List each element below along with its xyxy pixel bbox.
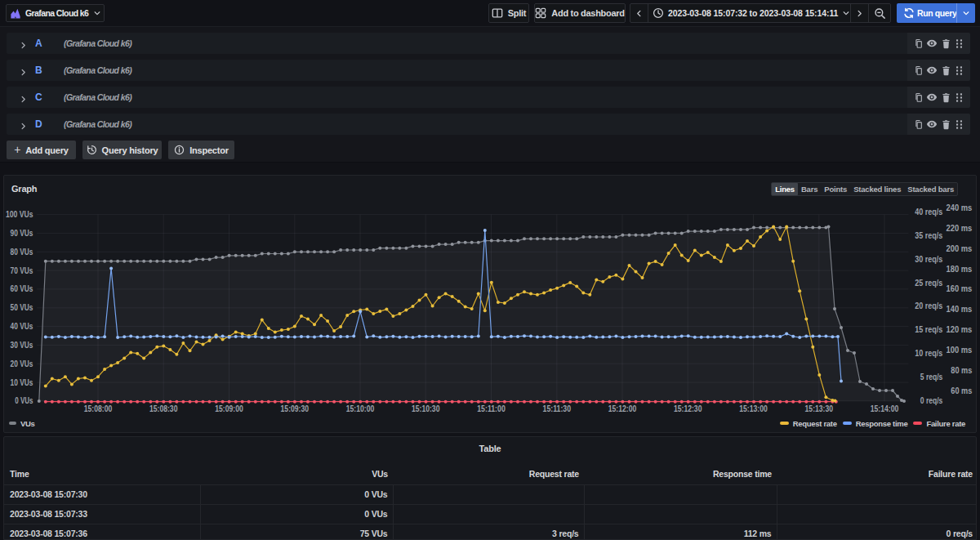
svg-text:10 req/s: 10 req/s: [915, 348, 942, 358]
svg-text:20 req/s: 20 req/s: [915, 301, 942, 310]
svg-text:100 ms: 100 ms: [947, 345, 973, 355]
svg-text:15:09:00: 15:09:00: [215, 404, 243, 413]
svg-text:80 ms: 80 ms: [951, 365, 972, 375]
svg-text:15:12:00: 15:12:00: [608, 404, 637, 413]
svg-text:240 ms: 240 ms: [947, 203, 973, 212]
svg-text:35 req/s: 35 req/s: [915, 230, 942, 240]
svg-text:120 ms: 120 ms: [947, 324, 973, 334]
svg-text:30 VUs: 30 VUs: [11, 340, 33, 350]
svg-text:180 ms: 180 ms: [947, 264, 973, 274]
svg-text:140 ms: 140 ms: [947, 304, 973, 314]
svg-text:40 VUs: 40 VUs: [11, 321, 33, 331]
svg-text:15:10:30: 15:10:30: [412, 404, 440, 413]
svg-text:15:11:00: 15:11:00: [477, 404, 506, 413]
svg-text:15:14:00: 15:14:00: [871, 404, 899, 413]
svg-text:60 ms: 60 ms: [951, 386, 972, 395]
svg-text:60 VUs: 60 VUs: [11, 283, 33, 293]
svg-text:0 VUs: 0 VUs: [15, 395, 33, 405]
svg-text:15:08:30: 15:08:30: [149, 404, 178, 413]
svg-text:0 req/s: 0 req/s: [920, 395, 943, 405]
svg-text:15:10:00: 15:10:00: [346, 404, 375, 413]
svg-text:20 VUs: 20 VUs: [11, 359, 33, 368]
svg-text:40 req/s: 40 req/s: [915, 207, 942, 216]
svg-text:200 ms: 200 ms: [947, 243, 973, 253]
svg-text:10 VUs: 10 VUs: [11, 377, 33, 387]
svg-text:25 req/s: 25 req/s: [915, 278, 942, 288]
svg-text:15:13:00: 15:13:00: [739, 404, 768, 413]
svg-text:80 VUs: 80 VUs: [11, 247, 33, 257]
svg-text:160 ms: 160 ms: [947, 283, 973, 293]
svg-text:30 req/s: 30 req/s: [915, 254, 942, 264]
svg-text:15:09:30: 15:09:30: [281, 404, 310, 413]
svg-text:15:11:30: 15:11:30: [543, 404, 572, 413]
svg-text:15:12:30: 15:12:30: [674, 404, 702, 413]
svg-text:50 VUs: 50 VUs: [11, 302, 33, 312]
svg-text:220 ms: 220 ms: [947, 223, 973, 233]
svg-text:100 VUs: 100 VUs: [6, 209, 33, 219]
svg-text:15 req/s: 15 req/s: [915, 324, 942, 334]
svg-text:90 VUs: 90 VUs: [11, 228, 33, 238]
svg-text:15:13:30: 15:13:30: [805, 404, 834, 413]
svg-text:70 VUs: 70 VUs: [11, 266, 33, 275]
svg-text:5 req/s: 5 req/s: [920, 372, 943, 382]
svg-text:15:08:00: 15:08:00: [84, 404, 113, 413]
